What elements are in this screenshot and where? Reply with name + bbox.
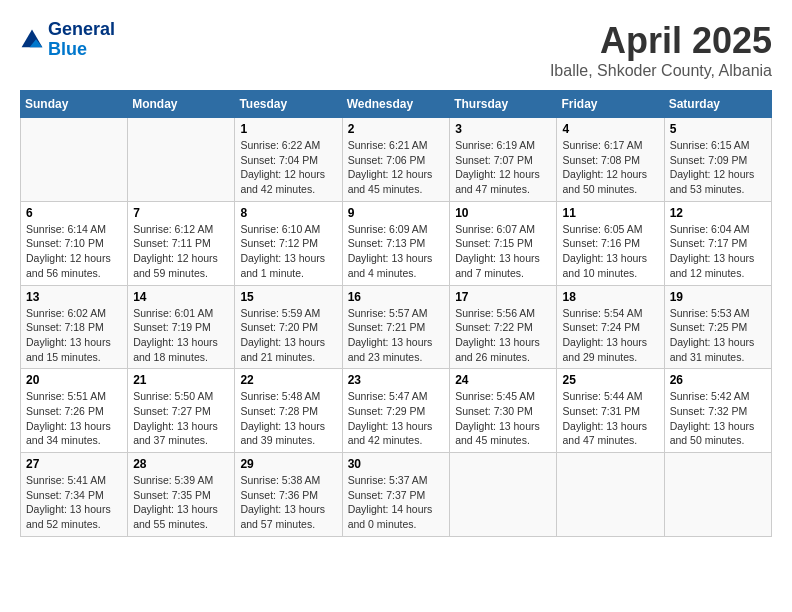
day-info: Sunrise: 5:45 AM Sunset: 7:30 PM Dayligh… [455, 389, 551, 448]
calendar-cell: 14Sunrise: 6:01 AM Sunset: 7:19 PM Dayli… [128, 285, 235, 369]
day-info: Sunrise: 5:37 AM Sunset: 7:37 PM Dayligh… [348, 473, 445, 532]
day-number: 3 [455, 122, 551, 136]
calendar-week-2: 6Sunrise: 6:14 AM Sunset: 7:10 PM Daylig… [21, 201, 772, 285]
calendar-cell: 19Sunrise: 5:53 AM Sunset: 7:25 PM Dayli… [664, 285, 771, 369]
day-number: 16 [348, 290, 445, 304]
calendar-cell: 3Sunrise: 6:19 AM Sunset: 7:07 PM Daylig… [450, 118, 557, 202]
calendar-cell: 4Sunrise: 6:17 AM Sunset: 7:08 PM Daylig… [557, 118, 664, 202]
day-info: Sunrise: 6:10 AM Sunset: 7:12 PM Dayligh… [240, 222, 336, 281]
day-header-thursday: Thursday [450, 91, 557, 118]
calendar-cell: 1Sunrise: 6:22 AM Sunset: 7:04 PM Daylig… [235, 118, 342, 202]
location: Iballe, Shkoder County, Albania [550, 62, 772, 80]
day-number: 28 [133, 457, 229, 471]
calendar-cell [128, 118, 235, 202]
day-header-friday: Friday [557, 91, 664, 118]
calendar-cell: 11Sunrise: 6:05 AM Sunset: 7:16 PM Dayli… [557, 201, 664, 285]
calendar-cell: 25Sunrise: 5:44 AM Sunset: 7:31 PM Dayli… [557, 369, 664, 453]
logo-icon [20, 28, 44, 52]
month-title: April 2025 [550, 20, 772, 62]
day-number: 24 [455, 373, 551, 387]
day-number: 14 [133, 290, 229, 304]
calendar-cell: 6Sunrise: 6:14 AM Sunset: 7:10 PM Daylig… [21, 201, 128, 285]
day-number: 18 [562, 290, 658, 304]
calendar-cell: 8Sunrise: 6:10 AM Sunset: 7:12 PM Daylig… [235, 201, 342, 285]
day-number: 17 [455, 290, 551, 304]
day-info: Sunrise: 5:59 AM Sunset: 7:20 PM Dayligh… [240, 306, 336, 365]
day-number: 27 [26, 457, 122, 471]
day-number: 6 [26, 206, 122, 220]
calendar-table: SundayMondayTuesdayWednesdayThursdayFrid… [20, 90, 772, 537]
calendar-cell [664, 453, 771, 537]
day-info: Sunrise: 5:53 AM Sunset: 7:25 PM Dayligh… [670, 306, 766, 365]
calendar-week-1: 1Sunrise: 6:22 AM Sunset: 7:04 PM Daylig… [21, 118, 772, 202]
day-number: 29 [240, 457, 336, 471]
day-number: 1 [240, 122, 336, 136]
day-number: 5 [670, 122, 766, 136]
day-number: 9 [348, 206, 445, 220]
day-info: Sunrise: 6:12 AM Sunset: 7:11 PM Dayligh… [133, 222, 229, 281]
logo: General Blue [20, 20, 115, 60]
calendar-cell [557, 453, 664, 537]
day-info: Sunrise: 6:21 AM Sunset: 7:06 PM Dayligh… [348, 138, 445, 197]
title-block: April 2025 Iballe, Shkoder County, Alban… [550, 20, 772, 80]
day-number: 4 [562, 122, 658, 136]
calendar-cell: 29Sunrise: 5:38 AM Sunset: 7:36 PM Dayli… [235, 453, 342, 537]
calendar-cell: 26Sunrise: 5:42 AM Sunset: 7:32 PM Dayli… [664, 369, 771, 453]
calendar-cell: 15Sunrise: 5:59 AM Sunset: 7:20 PM Dayli… [235, 285, 342, 369]
calendar-cell [21, 118, 128, 202]
day-info: Sunrise: 5:56 AM Sunset: 7:22 PM Dayligh… [455, 306, 551, 365]
day-info: Sunrise: 6:01 AM Sunset: 7:19 PM Dayligh… [133, 306, 229, 365]
calendar-week-5: 27Sunrise: 5:41 AM Sunset: 7:34 PM Dayli… [21, 453, 772, 537]
day-info: Sunrise: 5:38 AM Sunset: 7:36 PM Dayligh… [240, 473, 336, 532]
day-info: Sunrise: 6:02 AM Sunset: 7:18 PM Dayligh… [26, 306, 122, 365]
day-number: 8 [240, 206, 336, 220]
day-info: Sunrise: 6:05 AM Sunset: 7:16 PM Dayligh… [562, 222, 658, 281]
day-info: Sunrise: 5:48 AM Sunset: 7:28 PM Dayligh… [240, 389, 336, 448]
day-info: Sunrise: 6:19 AM Sunset: 7:07 PM Dayligh… [455, 138, 551, 197]
calendar-cell: 22Sunrise: 5:48 AM Sunset: 7:28 PM Dayli… [235, 369, 342, 453]
calendar-header-row: SundayMondayTuesdayWednesdayThursdayFrid… [21, 91, 772, 118]
calendar-cell: 23Sunrise: 5:47 AM Sunset: 7:29 PM Dayli… [342, 369, 450, 453]
calendar-cell: 17Sunrise: 5:56 AM Sunset: 7:22 PM Dayli… [450, 285, 557, 369]
calendar-cell: 27Sunrise: 5:41 AM Sunset: 7:34 PM Dayli… [21, 453, 128, 537]
calendar-cell: 24Sunrise: 5:45 AM Sunset: 7:30 PM Dayli… [450, 369, 557, 453]
day-info: Sunrise: 5:47 AM Sunset: 7:29 PM Dayligh… [348, 389, 445, 448]
day-number: 26 [670, 373, 766, 387]
calendar-body: 1Sunrise: 6:22 AM Sunset: 7:04 PM Daylig… [21, 118, 772, 537]
day-header-tuesday: Tuesday [235, 91, 342, 118]
day-info: Sunrise: 5:50 AM Sunset: 7:27 PM Dayligh… [133, 389, 229, 448]
day-number: 7 [133, 206, 229, 220]
calendar-cell [450, 453, 557, 537]
day-number: 20 [26, 373, 122, 387]
day-number: 12 [670, 206, 766, 220]
calendar-cell: 20Sunrise: 5:51 AM Sunset: 7:26 PM Dayli… [21, 369, 128, 453]
day-header-sunday: Sunday [21, 91, 128, 118]
calendar-cell: 21Sunrise: 5:50 AM Sunset: 7:27 PM Dayli… [128, 369, 235, 453]
calendar-cell: 10Sunrise: 6:07 AM Sunset: 7:15 PM Dayli… [450, 201, 557, 285]
day-number: 21 [133, 373, 229, 387]
calendar-cell: 18Sunrise: 5:54 AM Sunset: 7:24 PM Dayli… [557, 285, 664, 369]
day-number: 13 [26, 290, 122, 304]
day-number: 19 [670, 290, 766, 304]
day-info: Sunrise: 6:07 AM Sunset: 7:15 PM Dayligh… [455, 222, 551, 281]
day-number: 15 [240, 290, 336, 304]
day-info: Sunrise: 5:41 AM Sunset: 7:34 PM Dayligh… [26, 473, 122, 532]
day-number: 11 [562, 206, 658, 220]
calendar-cell: 2Sunrise: 6:21 AM Sunset: 7:06 PM Daylig… [342, 118, 450, 202]
day-number: 23 [348, 373, 445, 387]
day-info: Sunrise: 5:54 AM Sunset: 7:24 PM Dayligh… [562, 306, 658, 365]
calendar-week-3: 13Sunrise: 6:02 AM Sunset: 7:18 PM Dayli… [21, 285, 772, 369]
day-info: Sunrise: 6:17 AM Sunset: 7:08 PM Dayligh… [562, 138, 658, 197]
day-info: Sunrise: 5:51 AM Sunset: 7:26 PM Dayligh… [26, 389, 122, 448]
day-info: Sunrise: 6:04 AM Sunset: 7:17 PM Dayligh… [670, 222, 766, 281]
calendar-cell: 13Sunrise: 6:02 AM Sunset: 7:18 PM Dayli… [21, 285, 128, 369]
day-header-monday: Monday [128, 91, 235, 118]
day-info: Sunrise: 6:15 AM Sunset: 7:09 PM Dayligh… [670, 138, 766, 197]
day-info: Sunrise: 5:57 AM Sunset: 7:21 PM Dayligh… [348, 306, 445, 365]
calendar-cell: 12Sunrise: 6:04 AM Sunset: 7:17 PM Dayli… [664, 201, 771, 285]
day-number: 25 [562, 373, 658, 387]
day-number: 10 [455, 206, 551, 220]
day-info: Sunrise: 5:42 AM Sunset: 7:32 PM Dayligh… [670, 389, 766, 448]
calendar-week-4: 20Sunrise: 5:51 AM Sunset: 7:26 PM Dayli… [21, 369, 772, 453]
calendar-cell: 7Sunrise: 6:12 AM Sunset: 7:11 PM Daylig… [128, 201, 235, 285]
